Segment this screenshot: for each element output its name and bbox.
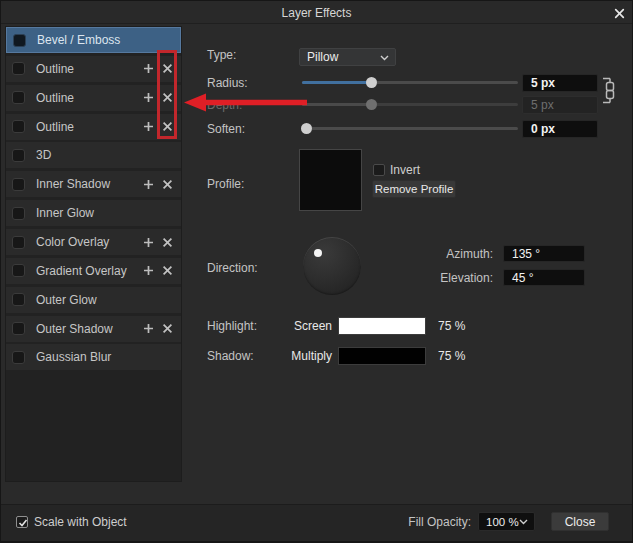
close-icon (614, 8, 625, 19)
effect-item-inner-shadow[interactable]: Inner Shadow (6, 171, 181, 197)
effect-item-label: Outer Glow (36, 287, 97, 313)
direction-dial[interactable] (303, 237, 361, 295)
profile-label: Profile: (207, 177, 244, 191)
effect-item-label: Gaussian Blur (36, 344, 111, 370)
effect-enabled-checkbox[interactable] (12, 264, 25, 277)
effect-enabled-checkbox[interactable] (12, 236, 25, 249)
elevation-label: Elevation: (440, 271, 493, 285)
effect-item-label: Outline (36, 56, 74, 82)
chevron-down-icon (380, 55, 389, 61)
slider-track[interactable] (302, 127, 518, 130)
radius-slider-handle[interactable] (366, 77, 377, 88)
slider-fill (302, 81, 372, 84)
dialog-footer: Scale with Object Fill Opacity: 100 % Cl… (1, 504, 632, 541)
add-effect-instance-icon[interactable] (143, 63, 154, 74)
effect-item-label: Gradient Overlay (36, 258, 127, 284)
add-effect-instance-icon[interactable] (143, 265, 154, 276)
depth-slider (302, 99, 518, 111)
remove-effect-instance-icon[interactable] (162, 237, 173, 248)
remove-effect-instance-icon[interactable] (162, 179, 173, 190)
effect-item-bevel-emboss[interactable]: Bevel / Emboss (6, 27, 181, 53)
highlight-opacity[interactable]: 75 % (438, 319, 465, 333)
shadow-color-swatch[interactable] (338, 347, 426, 365)
effect-item-label: Bevel / Emboss (37, 28, 120, 52)
dialog-close-button[interactable] (610, 4, 628, 22)
soften-input[interactable]: 0 px (522, 120, 598, 138)
effect-enabled-checkbox[interactable] (12, 293, 25, 306)
remove-effect-instance-icon[interactable] (162, 323, 173, 334)
effect-enabled-checkbox[interactable] (12, 149, 25, 162)
effect-enabled-checkbox[interactable] (12, 207, 25, 220)
effect-item-outline[interactable]: Outline (6, 85, 181, 111)
type-dropdown[interactable]: Pillow (299, 48, 396, 66)
effect-enabled-checkbox[interactable] (12, 62, 25, 75)
highlight-color-swatch[interactable] (338, 317, 426, 335)
azimuth-input[interactable]: 135 ° (503, 245, 585, 262)
invert-label: Invert (390, 163, 420, 177)
dialog-title: Layer Effects (1, 2, 632, 25)
scale-with-object-label: Scale with Object (34, 515, 127, 529)
fill-opacity-label: Fill Opacity: (408, 515, 471, 529)
effect-item-outline[interactable]: Outline (6, 114, 181, 140)
azimuth-label: Azimuth: (446, 247, 493, 261)
effect-item-outer-glow[interactable]: Outer Glow (6, 287, 181, 313)
add-effect-instance-icon[interactable] (143, 179, 154, 190)
soften-slider-handle[interactable] (301, 123, 312, 134)
effect-enabled-checkbox[interactable] (12, 91, 25, 104)
effect-enabled-checkbox[interactable] (12, 178, 25, 191)
effect-item-gradient-overlay[interactable]: Gradient Overlay (6, 258, 181, 284)
effect-item-3d[interactable]: 3D (6, 142, 181, 168)
effect-enabled-checkbox[interactable] (13, 34, 26, 47)
annotation-rectangle (157, 50, 177, 139)
highlight-blend-mode[interactable]: Screen (294, 319, 332, 333)
effect-enabled-checkbox[interactable] (12, 120, 25, 133)
soften-label: Soften: (207, 122, 245, 136)
highlight-label: Highlight: (207, 319, 257, 333)
effect-item-gaussian-blur[interactable]: Gaussian Blur (6, 344, 181, 370)
depth-input: 5 px (522, 96, 598, 114)
effect-item-label: Outline (36, 114, 74, 140)
effect-enabled-checkbox[interactable] (12, 351, 25, 364)
shadow-blend-mode[interactable]: Multiply (291, 349, 332, 363)
direction-label: Direction: (207, 261, 258, 275)
effect-item-label: Outer Shadow (36, 316, 113, 342)
effect-item-label: Inner Shadow (36, 171, 110, 197)
effect-item-label: Outline (36, 85, 74, 111)
fill-opacity-dropdown[interactable]: 100 % (478, 512, 535, 531)
remove-profile-button[interactable]: Remove Profile (372, 180, 456, 198)
radius-label: Radius: (207, 76, 248, 90)
effects-list-panel: Bevel / EmbossOutlineOutlineOutline3DInn… (5, 26, 182, 482)
add-effect-instance-icon[interactable] (143, 237, 154, 248)
close-button[interactable]: Close (551, 512, 609, 531)
link-values-icon[interactable] (601, 77, 617, 104)
chevron-down-icon (519, 519, 528, 525)
add-effect-instance-icon[interactable] (143, 323, 154, 334)
dialog-titlebar: Layer Effects (1, 1, 632, 24)
effect-item-outer-shadow[interactable]: Outer Shadow (6, 316, 181, 342)
radius-slider[interactable] (302, 77, 518, 89)
effect-enabled-checkbox[interactable] (12, 322, 25, 335)
shadow-opacity[interactable]: 75 % (438, 349, 465, 363)
invert-checkbox[interactable] (373, 164, 385, 176)
remove-effect-instance-icon[interactable] (162, 265, 173, 276)
effect-item-label: 3D (36, 142, 51, 168)
add-effect-instance-icon[interactable] (143, 92, 154, 103)
radius-input[interactable]: 5 px (522, 74, 598, 92)
scale-with-object-checkbox[interactable] (16, 516, 28, 528)
effect-item-color-overlay[interactable]: Color Overlay (6, 229, 181, 255)
profile-thumbnail[interactable] (299, 149, 362, 211)
effect-item-inner-glow[interactable]: Inner Glow (6, 200, 181, 226)
type-dropdown-value: Pillow (307, 50, 338, 64)
depth-slider-handle (366, 99, 377, 110)
effect-item-label: Inner Glow (36, 200, 94, 226)
soften-slider[interactable] (302, 123, 518, 135)
shadow-label: Shadow: (207, 349, 254, 363)
direction-dial-dot[interactable] (314, 249, 322, 257)
slider-fill (302, 103, 372, 106)
elevation-input[interactable]: 45 ° (503, 269, 585, 286)
fill-opacity-value: 100 % (486, 516, 519, 528)
add-effect-instance-icon[interactable] (143, 121, 154, 132)
layer-effects-dialog: Layer Effects Bevel / EmbossOutlineOutli… (0, 0, 633, 543)
effect-item-outline[interactable]: Outline (6, 56, 181, 82)
annotation-arrow (179, 90, 311, 116)
